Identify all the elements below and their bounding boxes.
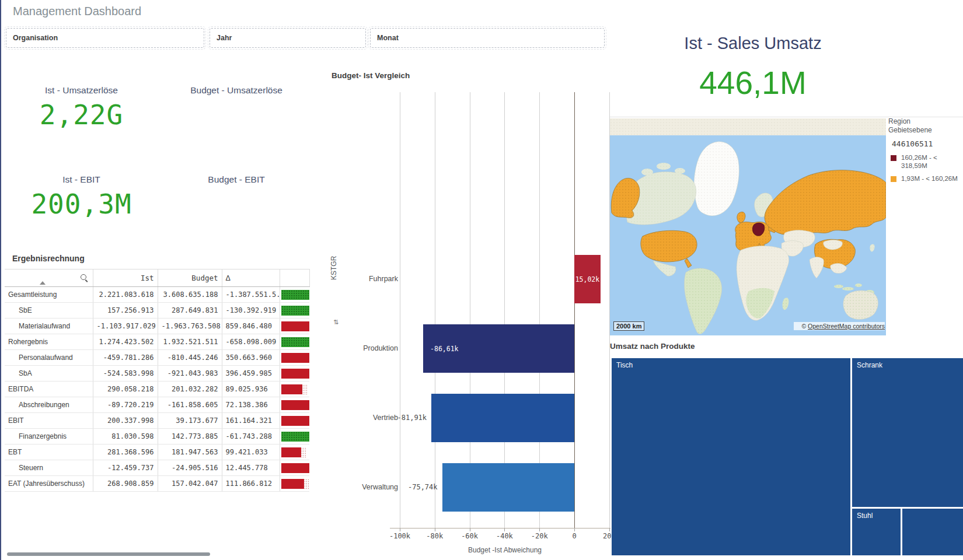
delta-bar[interactable] <box>281 337 310 347</box>
row-budget-value[interactable]: 39.173.677 <box>158 413 222 429</box>
chart-bar[interactable] <box>431 394 574 442</box>
delta-bar[interactable] <box>281 432 310 442</box>
chart-bar[interactable] <box>442 463 574 512</box>
sort-ascending-icon[interactable] <box>40 281 46 285</box>
legend-item[interactable]: 160,26M - < 318,59M <box>891 154 963 170</box>
row-budget-value[interactable]: 1.932.521.511 <box>158 334 222 350</box>
delta-bar[interactable] <box>281 369 310 379</box>
row-ist-value[interactable]: 290.058.218 <box>93 382 158 397</box>
row-delta-value[interactable]: 161.164.321 <box>222 413 280 429</box>
row-ist-value[interactable]: -524.583.998 <box>93 366 158 382</box>
treemap-cell[interactable]: Tisch <box>612 358 850 555</box>
row-label[interactable]: Personalaufwand <box>5 350 93 366</box>
row-delta-value[interactable]: 859.846.480 <box>222 318 280 334</box>
row-ist-value[interactable]: -12.459.737 <box>93 460 158 476</box>
row-ist-value[interactable]: 281.368.596 <box>93 444 158 460</box>
table-horizontal-scrollbar[interactable] <box>7 552 210 556</box>
dimension-menu-icon[interactable]: ⇅ <box>333 318 339 326</box>
row-label[interactable]: EBITDA <box>5 382 93 397</box>
row-budget-value[interactable]: -921.043.983 <box>158 366 222 382</box>
delta-bar[interactable] <box>281 384 310 394</box>
filter-organisation[interactable]: Organisation <box>6 28 204 48</box>
row-budget-value[interactable]: 157.042.047 <box>158 476 222 492</box>
row-budget-value[interactable]: -24.905.516 <box>158 460 222 476</box>
table-row[interactable]: Rohergebnis1.274.423.5021.932.521.511-65… <box>5 334 309 350</box>
table-row[interactable]: EBITDA290.058.218201.032.28289.025.936 <box>5 382 309 397</box>
row-delta-value[interactable]: 12.445.778 <box>222 460 280 476</box>
row-label[interactable]: Steuern <box>5 460 93 476</box>
table-row[interactable]: Gesamtleistung2.221.083.6183.608.635.188… <box>5 287 309 303</box>
row-ist-value[interactable]: 157.256.913 <box>93 303 158 318</box>
row-budget-value[interactable]: 201.032.282 <box>158 382 222 397</box>
row-budget-value[interactable]: 3.608.635.188 <box>158 287 222 303</box>
row-ist-value[interactable]: 81.030.598 <box>93 429 158 444</box>
row-delta-value[interactable]: -1.387.551.5... <box>222 287 280 303</box>
table-header-ist[interactable]: Ist <box>93 270 158 287</box>
row-budget-value[interactable]: -161.858.605 <box>158 397 222 413</box>
row-label[interactable]: Gesamtleistung <box>5 287 93 303</box>
row-label[interactable]: EBT <box>5 444 93 460</box>
row-ist-value[interactable]: 268.908.859 <box>93 476 158 492</box>
delta-bar[interactable] <box>281 400 310 410</box>
y-axis-dimension-label[interactable]: KSTGR <box>330 256 338 280</box>
table-row[interactable]: EBIT200.337.99839.173.677161.164.321 <box>5 413 309 429</box>
row-label[interactable]: Materialaufwand <box>5 318 93 334</box>
delta-bar[interactable] <box>281 463 310 473</box>
table-row[interactable]: EAT (Jahresüberschuss)268.908.859157.042… <box>5 476 309 492</box>
treemap-cell[interactable] <box>902 509 963 555</box>
row-delta-value[interactable]: 350.663.960 <box>222 350 280 366</box>
row-delta-value[interactable]: 89.025.936 <box>222 382 280 397</box>
attribution-link[interactable]: OpenStreetMap contributors <box>808 323 885 330</box>
map-usa[interactable] <box>641 230 697 262</box>
row-delta-value[interactable]: -61.743.288 <box>222 429 280 444</box>
row-delta-value[interactable]: -130.392.919 <box>222 303 280 318</box>
row-label[interactable]: Finanzergebnis <box>5 429 93 444</box>
bar-category-label[interactable]: Produktion <box>334 344 398 352</box>
row-ist-value[interactable]: 1.274.423.502 <box>93 334 158 350</box>
table-row[interactable]: SbA-524.583.998-921.043.983396.459.985 <box>5 366 309 382</box>
row-delta-value[interactable]: 111.866.812 <box>222 476 280 492</box>
table-row[interactable]: Finanzergebnis81.030.598142.773.885-61.7… <box>5 429 309 444</box>
bar-category-label[interactable]: Verwaltung <box>334 483 398 491</box>
bar-category-label[interactable]: Fuhrpark <box>334 275 398 283</box>
delta-bar[interactable] <box>281 416 310 426</box>
world-map[interactable] <box>610 118 886 335</box>
filter-monat[interactable]: Monat <box>370 28 605 48</box>
table-header-budget[interactable]: Budget <box>158 270 222 287</box>
row-budget-value[interactable]: 142.773.885 <box>158 429 222 444</box>
row-delta-value[interactable]: 99.421.033 <box>222 444 280 460</box>
row-ist-value[interactable]: 200.337.998 <box>93 413 158 429</box>
delta-bar[interactable] <box>281 353 310 363</box>
table-row[interactable]: EBT281.368.596181.947.56399.421.033 <box>5 444 309 460</box>
row-ist-value[interactable]: -459.781.286 <box>93 350 158 366</box>
table-row[interactable]: SbE157.256.913287.649.831-130.392.919 <box>5 303 309 318</box>
delta-bar[interactable] <box>281 321 310 331</box>
table-row[interactable]: Abschreibungen-89.720.219-161.858.60572.… <box>5 397 309 413</box>
table-row[interactable]: Personalaufwand-459.781.286-810.445.2463… <box>5 350 309 366</box>
row-delta-value[interactable]: -658.098.009 <box>222 334 280 350</box>
row-label[interactable]: SbA <box>5 366 93 382</box>
row-budget-value[interactable]: -1.963.763.508 <box>158 318 222 334</box>
row-label[interactable]: EAT (Jahresüberschuss) <box>5 476 93 492</box>
delta-bar[interactable] <box>281 447 310 457</box>
row-budget-value[interactable]: -810.445.246 <box>158 350 222 366</box>
delta-bar[interactable] <box>281 290 310 300</box>
treemap-cell[interactable]: Stuhl <box>852 509 901 555</box>
row-budget-value[interactable]: 287.649.831 <box>158 303 222 318</box>
row-label[interactable]: EBIT <box>5 413 93 429</box>
row-delta-value[interactable]: 72.138.386 <box>222 397 280 413</box>
row-budget-value[interactable]: 181.947.563 <box>158 444 222 460</box>
row-ist-value[interactable]: -89.720.219 <box>93 397 158 413</box>
table-row[interactable]: Materialaufwand-1.103.917.029-1.963.763.… <box>5 318 309 334</box>
legend-item[interactable]: 1,93M - < 160,26M <box>891 175 963 183</box>
search-icon[interactable] <box>81 274 89 282</box>
row-label[interactable]: Abschreibungen <box>5 397 93 413</box>
filter-jahr[interactable]: Jahr <box>210 28 366 48</box>
row-label[interactable]: Rohergebnis <box>5 334 93 350</box>
row-ist-value[interactable]: 2.221.083.618 <box>93 287 158 303</box>
table-header-delta[interactable]: Δ <box>222 270 280 287</box>
table-row[interactable]: Steuern-12.459.737-24.905.51612.445.778 <box>5 460 309 476</box>
table-header-dimension[interactable] <box>5 270 93 287</box>
row-delta-value[interactable]: 396.459.985 <box>222 366 280 382</box>
delta-bar[interactable] <box>281 306 310 316</box>
